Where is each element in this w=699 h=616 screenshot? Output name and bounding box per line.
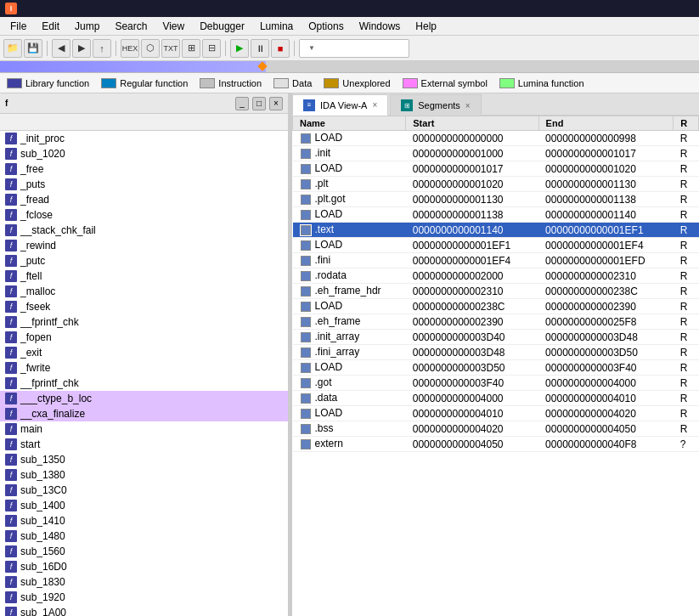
menu-lumina[interactable]: Lumina: [253, 19, 300, 34]
table-row[interactable]: .got0000000000003F400000000000004000R: [293, 376, 699, 391]
table-row[interactable]: .bss00000000000040200000000000004050R: [293, 421, 699, 437]
tb-nav2-btn[interactable]: ⊟: [202, 39, 221, 58]
table-row[interactable]: .fini00000000000001EF400000000000001EFDR: [293, 253, 699, 268]
function-item[interactable]: fsub_1480: [0, 528, 288, 544]
tb-graph-btn[interactable]: ⬡: [141, 39, 160, 58]
function-item[interactable]: f_fseek: [0, 299, 288, 314]
function-item[interactable]: fmain: [0, 421, 288, 437]
function-item[interactable]: fsub_16D0: [0, 559, 288, 574]
col-start[interactable]: Start: [406, 116, 538, 131]
tb-up-btn[interactable]: ↑: [93, 39, 111, 58]
function-item[interactable]: f_fread: [0, 192, 288, 207]
tab-close-btn[interactable]: ×: [372, 100, 377, 110]
nav-strip[interactable]: [0, 61, 699, 73]
tb-nav1-btn[interactable]: ⊞: [182, 39, 200, 58]
functions-close-btn[interactable]: ×: [269, 97, 283, 110]
table-row[interactable]: LOAD00000000000010170000000000001020R: [293, 161, 699, 177]
function-item[interactable]: f_init_proc: [0, 131, 288, 146]
function-item[interactable]: fstart: [0, 437, 288, 452]
legend-item-lumina-function[interactable]: Lumina function: [499, 78, 584, 88]
segment-start-cell: 0000000000001000: [406, 146, 538, 161]
tab-ida-view-a[interactable]: ≡IDA View-A×: [292, 94, 388, 116]
tb-open-btn[interactable]: 📁: [3, 39, 22, 58]
function-item[interactable]: f___ctype_b_loc: [0, 391, 288, 406]
menu-edit[interactable]: Edit: [35, 19, 66, 34]
menu-jump[interactable]: Jump: [68, 19, 106, 34]
function-item[interactable]: fsub_1380: [0, 467, 288, 483]
table-row[interactable]: .eh_frame_hdr000000000000231000000000000…: [293, 284, 699, 299]
function-item[interactable]: fsub_1830: [0, 574, 288, 590]
function-item[interactable]: f__stack_chk_fail: [0, 223, 288, 238]
function-item[interactable]: fsub_1350: [0, 452, 288, 467]
menu-search[interactable]: Search: [108, 19, 154, 34]
function-item[interactable]: fsub_1920: [0, 590, 288, 605]
tb-text-btn[interactable]: TXT: [161, 39, 180, 58]
tb-back-btn[interactable]: ◀: [52, 39, 70, 58]
legend-item-library-function[interactable]: Library function: [7, 78, 89, 88]
table-row[interactable]: .plt00000000000010200000000000001130R: [293, 177, 699, 192]
table-row[interactable]: LOAD00000000000001EF100000000000001EF4R: [293, 238, 699, 253]
legend-item-regular-function[interactable]: Regular function: [101, 78, 188, 88]
function-item[interactable]: f__fprintf_chk: [0, 314, 288, 330]
menu-help[interactable]: Help: [409, 19, 443, 34]
col-name[interactable]: Name: [293, 116, 406, 131]
legend-label: Regular function: [120, 78, 188, 88]
table-row[interactable]: LOAD00000000000011380000000000001140R: [293, 207, 699, 223]
function-item[interactable]: fsub_1400: [0, 498, 288, 513]
function-item[interactable]: f_putc: [0, 253, 288, 268]
menu-options[interactable]: Options: [302, 19, 350, 34]
function-item[interactable]: f_fwrite: [0, 360, 288, 376]
table-row[interactable]: .data00000000000040000000000000004010R: [293, 391, 699, 406]
tb-forward-btn[interactable]: ▶: [72, 39, 91, 58]
function-item[interactable]: f__fprintf_chk: [0, 376, 288, 391]
functions-minimize-btn[interactable]: _: [235, 97, 249, 110]
segments-table[interactable]: Name Start End R LOAD0000000000000000000…: [292, 116, 699, 616]
function-item[interactable]: f_ftell: [0, 268, 288, 284]
menu-debugger[interactable]: Debugger: [193, 19, 251, 34]
table-row[interactable]: LOAD000000000000238C0000000000002390R: [293, 299, 699, 314]
table-row[interactable]: .plt.got00000000000011300000000000001138…: [293, 192, 699, 207]
tb-save-btn[interactable]: 💾: [24, 39, 42, 58]
table-row[interactable]: extern000000000000405000000000000040F8?: [293, 437, 699, 452]
table-row[interactable]: .init00000000000010000000000000001017R: [293, 146, 699, 161]
tb-pause-btn[interactable]: ⏸: [251, 39, 269, 58]
function-item[interactable]: fsub_1560: [0, 544, 288, 559]
tb-stop-btn[interactable]: ■: [271, 39, 290, 58]
legend-item-instruction[interactable]: Instruction: [200, 78, 262, 88]
function-item[interactable]: f_fopen: [0, 330, 288, 345]
menu-windows[interactable]: Windows: [352, 19, 408, 34]
function-item[interactable]: f_rewind: [0, 238, 288, 253]
function-item[interactable]: f_malloc: [0, 284, 288, 299]
tb-hex-btn[interactable]: HEX: [121, 39, 139, 58]
legend-item-data[interactable]: Data: [273, 78, 312, 88]
function-item[interactable]: f_puts: [0, 177, 288, 192]
legend-item-external-symbol[interactable]: External symbol: [403, 78, 488, 88]
debugger-dropdown[interactable]: ▼: [299, 39, 409, 58]
function-item[interactable]: fsub_1020: [0, 146, 288, 161]
table-row[interactable]: .eh_frame000000000000239000000000000025F…: [293, 314, 699, 330]
menu-view[interactable]: View: [155, 19, 191, 34]
tb-run-btn[interactable]: ▶: [230, 39, 249, 58]
functions-restore-btn[interactable]: □: [252, 97, 266, 110]
functions-list[interactable]: f_init_procfsub_1020f_freef_putsf_freadf…: [0, 131, 288, 616]
col-r[interactable]: R: [674, 116, 699, 131]
tab-segments[interactable]: ⊞Segments×: [390, 94, 481, 116]
function-item[interactable]: fsub_1A00: [0, 605, 288, 616]
table-row[interactable]: .text000000000000114000000000000001EF1R: [293, 223, 699, 238]
table-row[interactable]: LOAD0000000000003D500000000000003F40R: [293, 360, 699, 376]
legend-item-unexplored[interactable]: Unexplored: [324, 78, 390, 88]
function-item[interactable]: f_exit: [0, 345, 288, 360]
function-item[interactable]: f__cxa_finalize: [0, 406, 288, 421]
function-item[interactable]: fsub_13C0: [0, 483, 288, 498]
col-end[interactable]: End: [538, 116, 674, 131]
table-row[interactable]: .init_array0000000000003D400000000000003…: [293, 330, 699, 345]
function-item[interactable]: f_fclose: [0, 207, 288, 223]
menu-file[interactable]: File: [3, 19, 33, 34]
table-row[interactable]: .fini_array0000000000003D480000000000003…: [293, 345, 699, 360]
table-row[interactable]: LOAD00000000000000000000000000000998R: [293, 131, 699, 146]
function-item[interactable]: f_free: [0, 161, 288, 177]
tab-close-btn[interactable]: ×: [465, 101, 471, 110]
table-row[interactable]: .rodata00000000000020000000000000002310R: [293, 268, 699, 284]
table-row[interactable]: LOAD00000000000040100000000000004020R: [293, 406, 699, 421]
function-item[interactable]: fsub_1410: [0, 513, 288, 528]
